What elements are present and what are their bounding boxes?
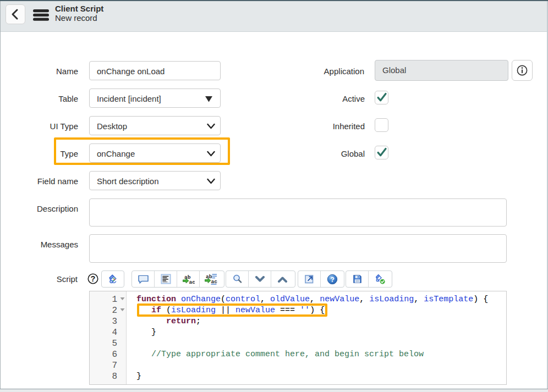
svg-text:ac: ac (189, 279, 195, 285)
svg-text:?: ? (91, 274, 96, 283)
svg-text:?: ? (330, 275, 335, 283)
